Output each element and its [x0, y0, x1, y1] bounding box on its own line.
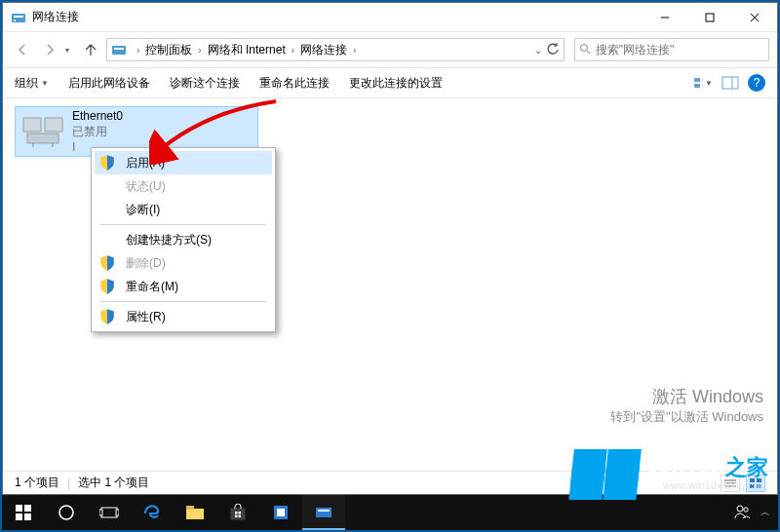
- window-controls: [643, 3, 777, 32]
- task-view-icon[interactable]: [88, 495, 131, 530]
- network-connections-taskbar-icon[interactable]: [302, 495, 345, 530]
- svg-point-48: [737, 506, 743, 512]
- address-bar-row: ▾ › 控制面板 › 网络和 Internet › 网络连接 › ⌄: [3, 32, 777, 67]
- change-settings-button[interactable]: 更改此连接的设置: [349, 75, 443, 92]
- svg-rect-7: [112, 46, 126, 55]
- svg-rect-38: [186, 506, 194, 510]
- ctx-diagnose[interactable]: 诊断(I): [95, 198, 272, 221]
- edge-icon[interactable]: [131, 495, 174, 530]
- breadcrumb-item[interactable]: 网络连接: [300, 42, 347, 58]
- svg-rect-47: [318, 510, 330, 512]
- ctx-rename[interactable]: 重命名(M): [95, 275, 272, 298]
- svg-rect-15: [722, 77, 738, 89]
- cortana-icon[interactable]: [45, 495, 88, 530]
- svg-line-10: [587, 51, 590, 54]
- shield-icon: [98, 308, 116, 325]
- separator: [100, 224, 266, 225]
- taskbar-app-icon[interactable]: [259, 495, 302, 530]
- content-area[interactable]: Ethernet0 已禁用 I 启用(A) 状态(U) 诊断(I) 创建快捷方式…: [3, 98, 777, 471]
- search-box[interactable]: [574, 38, 769, 61]
- svg-point-9: [581, 45, 588, 52]
- back-button[interactable]: [11, 38, 34, 61]
- adapter-icon: [21, 112, 64, 151]
- refresh-icon[interactable]: [546, 42, 560, 58]
- overlay-logo: Win10之家: [572, 449, 768, 483]
- svg-rect-11: [694, 78, 700, 82]
- svg-point-2: [14, 19, 16, 21]
- breadcrumb-icon: [111, 42, 127, 57]
- overlay-url: www.win10xitong.com: [663, 479, 768, 491]
- svg-rect-36: [116, 510, 119, 515]
- view-options-icon[interactable]: ▼: [693, 73, 713, 93]
- separator: [100, 301, 266, 302]
- ctx-status: 状态(U): [95, 174, 272, 198]
- up-button[interactable]: [79, 38, 102, 61]
- selected-count: 选中 1 个项目: [78, 475, 149, 491]
- svg-rect-12: [694, 84, 700, 88]
- svg-point-49: [744, 507, 748, 511]
- svg-rect-8: [114, 48, 124, 50]
- file-explorer-icon[interactable]: [174, 495, 216, 530]
- breadcrumb-item[interactable]: 控制面板: [145, 42, 192, 58]
- taskbar[interactable]: ︿: [2, 495, 778, 530]
- shield-icon: [98, 254, 116, 272]
- chevron-right-icon[interactable]: ›: [131, 45, 145, 56]
- window-title: 网络连接: [32, 9, 643, 25]
- svg-rect-30: [24, 505, 31, 512]
- svg-rect-43: [239, 515, 242, 518]
- address-right-controls: ⌄: [534, 42, 560, 58]
- people-icon[interactable]: [733, 503, 751, 523]
- enable-device-button[interactable]: 启用此网络设备: [68, 75, 150, 92]
- svg-rect-31: [16, 513, 22, 520]
- svg-rect-39: [231, 509, 245, 519]
- dropdown-icon[interactable]: ⌄: [534, 45, 542, 56]
- breadcrumb-bar[interactable]: › 控制面板 › 网络和 Internet › 网络连接 › ⌄: [106, 38, 565, 61]
- svg-rect-32: [24, 513, 31, 520]
- close-button[interactable]: [732, 3, 777, 32]
- history-dropdown-icon[interactable]: ▾: [65, 46, 75, 55]
- tray-chevron-up-icon[interactable]: ︿: [760, 506, 770, 519]
- forward-button[interactable]: [38, 38, 61, 61]
- svg-rect-41: [239, 512, 242, 514]
- svg-rect-18: [45, 118, 62, 132]
- svg-rect-19: [27, 133, 58, 143]
- shield-icon: [98, 278, 116, 295]
- svg-rect-4: [706, 14, 714, 21]
- svg-rect-29: [16, 505, 22, 512]
- chevron-right-icon[interactable]: ›: [286, 45, 300, 56]
- minimize-button[interactable]: [643, 3, 687, 32]
- adapter-status: 已禁用: [72, 124, 123, 139]
- breadcrumb-item[interactable]: 网络和 Internet: [208, 42, 286, 58]
- preview-pane-icon[interactable]: [721, 73, 740, 93]
- search-icon: [579, 41, 592, 58]
- chevron-right-icon[interactable]: ›: [192, 45, 207, 56]
- diagnose-button[interactable]: 诊断这个连接: [170, 75, 240, 92]
- adapter-name: Ethernet0: [72, 108, 123, 124]
- activation-watermark: 激活 Windows 转到"设置"以激活 Windows: [610, 385, 763, 426]
- ctx-shortcut[interactable]: 创建快捷方式(S): [95, 228, 272, 251]
- ctx-enable[interactable]: 启用(A): [95, 151, 272, 174]
- ctx-properties[interactable]: 属性(R): [95, 305, 272, 328]
- store-icon[interactable]: [216, 495, 259, 530]
- context-menu: 启用(A) 状态(U) 诊断(I) 创建快捷方式(S) 删除(D) 重命名(M): [91, 147, 276, 332]
- help-icon[interactable]: ?: [748, 74, 765, 92]
- explorer-window: 网络连接 ▾ › 控制面板 › 网络和 Internet › 网络连接 › ⌄: [2, 2, 778, 495]
- maximize-button[interactable]: [687, 3, 732, 32]
- command-toolbar: 组织▼ 启用此网络设备 诊断这个连接 重命名此连接 更改此连接的设置 ▼ ?: [3, 67, 777, 98]
- start-button[interactable]: [2, 495, 45, 530]
- rename-button[interactable]: 重命名此连接: [259, 75, 330, 92]
- item-count: 1 个项目: [15, 475, 59, 491]
- svg-rect-1: [14, 16, 23, 18]
- shield-icon: [98, 154, 116, 171]
- svg-rect-0: [12, 14, 25, 22]
- search-input[interactable]: [596, 43, 764, 57]
- title-bar[interactable]: 网络连接: [3, 3, 777, 32]
- svg-rect-45: [277, 509, 285, 516]
- svg-rect-17: [23, 118, 41, 132]
- chevron-right-icon[interactable]: ›: [347, 45, 362, 56]
- organize-menu[interactable]: 组织▼: [15, 75, 49, 92]
- svg-rect-46: [316, 508, 332, 517]
- ctx-delete: 删除(D): [95, 251, 272, 275]
- svg-rect-34: [101, 508, 117, 517]
- svg-rect-42: [235, 515, 238, 518]
